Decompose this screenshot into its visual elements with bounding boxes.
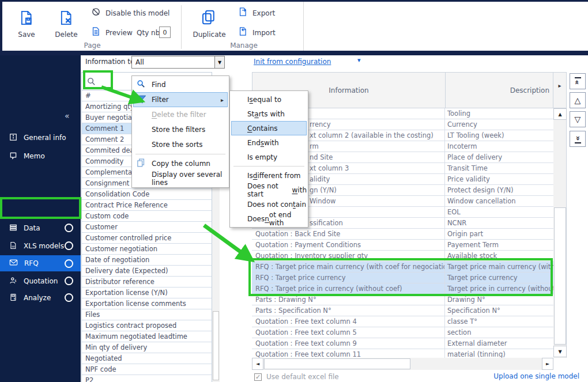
table-row[interactable]: Parts : Drawing N°Drawing N°: [252, 294, 553, 305]
information-to-display-dropdown[interactable]: All ▼: [131, 56, 225, 69]
list-item[interactable]: NPF code: [82, 364, 212, 375]
table-horizontal-scrollbar[interactable]: ◄ ►: [252, 358, 553, 370]
cell-description[interactable]: Specification N°: [445, 305, 553, 316]
export-button[interactable]: Export: [238, 7, 275, 19]
cell-description[interactable]: NCNR: [445, 218, 553, 228]
move-to-bottom-button[interactable]: «: [570, 131, 586, 147]
list-item[interactable]: Exportation license comments: [82, 298, 212, 309]
menu-item-copy-the-column[interactable]: Copy the column: [133, 156, 228, 171]
menu-item-starts-with[interactable]: Starts with: [231, 107, 307, 121]
table-row[interactable]: Quotation : Inventory supplier qtyAvaila…: [252, 251, 553, 262]
list-item[interactable]: Min qty of delivery: [82, 342, 212, 353]
menu-item-filter[interactable]: Filter▸: [133, 92, 228, 107]
scroll-right-button[interactable]: ►: [542, 358, 553, 370]
cell-description[interactable]: Incoterm: [445, 141, 553, 152]
qty-nb-input[interactable]: [159, 27, 171, 38]
init-from-configuration-link[interactable]: Init from configuration: [254, 58, 331, 66]
cell-information[interactable]: Quotation : Free text column 4: [252, 316, 445, 327]
menu-item-is-empty[interactable]: Is empty: [231, 150, 307, 164]
list-item[interactable]: Consolidation Code: [82, 189, 212, 200]
table-row[interactable]: Parts : Specification N°Specification N°: [252, 305, 553, 316]
init-caret-icon[interactable]: ▾: [357, 56, 361, 64]
list-item[interactable]: P2: [82, 375, 212, 382]
sidebar-item-memo[interactable]: Memo: [0, 149, 81, 164]
menu-item-ends-with[interactable]: Ends with: [231, 135, 307, 150]
menu-item-does-not-contain[interactable]: Does not contain: [231, 197, 307, 211]
cell-description[interactable]: Target price in currency (without c: [445, 283, 553, 294]
list-item[interactable]: Negotiated: [82, 353, 212, 364]
scroll-down-button[interactable]: ▼: [553, 346, 567, 357]
table-row[interactable]: Quotation : Back End SiteOrigin part: [252, 229, 553, 240]
cell-information[interactable]: Quotation : Free text column 5: [252, 327, 445, 338]
cell-information[interactable]: RFQ : Target price currency: [252, 273, 445, 283]
scrollbar-thumb[interactable]: [554, 207, 566, 345]
list-item[interactable]: Logistics contract proposed: [82, 320, 212, 331]
cell-information[interactable]: Quotation : Payment Conditions: [252, 240, 445, 250]
cell-description[interactable]: Available stock: [445, 251, 553, 261]
cell-information[interactable]: Quotation : Free text column 9: [252, 338, 445, 349]
menu-item-is-different-from[interactable]: Is different from: [231, 168, 307, 183]
cell-description[interactable]: classe T°: [445, 316, 553, 327]
cell-description[interactable]: Payement Term: [445, 240, 553, 250]
disable-model-button[interactable]: Disable this model: [91, 7, 169, 19]
menu-item-display-over-several-lines[interactable]: Display over several lines: [133, 171, 228, 186]
list-item[interactable]: Customer negotiation: [82, 244, 212, 255]
cell-information[interactable]: RFQ : Target price main currency (with c…: [252, 262, 445, 272]
menu-item-find[interactable]: Find: [133, 77, 228, 92]
cell-information[interactable]: Quotation : Inventory supplier qty: [252, 251, 445, 261]
column-chooser-button[interactable]: ▸: [553, 72, 567, 108]
menu-item-does-not-end-with[interactable]: Does not end with: [231, 211, 307, 226]
cell-description[interactable]: Currency: [445, 119, 553, 130]
move-to-top-button[interactable]: «: [570, 73, 586, 89]
cell-description[interactable]: Transit Time: [445, 163, 553, 173]
cell-description[interactable]: External diameter: [445, 338, 553, 349]
table-row[interactable]: Quotation : Free text column 9External d…: [252, 338, 553, 349]
list-item[interactable]: Delivery date (Expected): [82, 266, 212, 277]
cell-description[interactable]: LT Tooling (week): [445, 130, 553, 141]
cell-description[interactable]: Window cancellation: [445, 196, 553, 206]
move-up-button[interactable]: △: [570, 92, 586, 108]
list-item[interactable]: Exportation license (Y/N): [82, 288, 212, 298]
cell-information[interactable]: Parts : Specification N°: [252, 305, 445, 316]
cell-description[interactable]: Tooling: [445, 108, 553, 119]
list-item[interactable]: Customer controlled price: [82, 233, 212, 244]
import-button[interactable]: Import: [238, 27, 276, 39]
list-item[interactable]: Date of negotiation: [82, 255, 212, 266]
menu-item-does-not-start-with[interactable]: Does not start with: [231, 183, 307, 197]
menu-item-contains[interactable]: Contains: [231, 121, 307, 135]
duplicate-button[interactable]: [200, 9, 217, 28]
table-vertical-scrollbar[interactable]: ▲ ▼: [553, 108, 567, 358]
table-row[interactable]: Quotation : Free text column 4classe T°: [252, 316, 553, 327]
move-down-button[interactable]: ▽: [570, 111, 586, 127]
table-row[interactable]: RFQ : Target price main currency (with c…: [252, 262, 553, 273]
cell-description[interactable]: Price validity: [445, 174, 553, 184]
cell-description[interactable]: Origin part: [445, 229, 553, 239]
sidebar-item-general-info[interactable]: General info: [0, 130, 81, 145]
list-item[interactable]: Customer: [82, 222, 212, 233]
use-default-excel-checkbox[interactable]: ✓: [254, 373, 262, 381]
list-item[interactable]: Custom code: [82, 211, 212, 222]
cell-description[interactable]: section: [445, 327, 553, 338]
cell-description[interactable]: Drawing N°: [445, 294, 553, 305]
table-row[interactable]: Quotation : Payment ConditionsPayement T…: [252, 240, 553, 251]
cell-description[interactable]: Target price main currency (with c: [445, 262, 553, 272]
cell-information[interactable]: Parts : Drawing N°: [252, 294, 445, 305]
cell-description[interactable]: Place of delivery: [445, 152, 553, 162]
list-item[interactable]: Distributor reference: [82, 277, 212, 288]
cell-information[interactable]: RFQ : Target price in currency (without …: [252, 283, 445, 294]
table-row[interactable]: RFQ : Target price currencyTarget price …: [252, 273, 553, 283]
table-row[interactable]: RFQ : Target price in currency (without …: [252, 283, 553, 294]
menu-item-store-the-sorts[interactable]: Store the sorts: [133, 137, 228, 152]
delete-button[interactable]: [58, 10, 74, 28]
scrollbar-thumb[interactable]: [264, 358, 410, 369]
upload-single-model-link[interactable]: Upload one single model: [487, 372, 579, 380]
cell-information[interactable]: Quotation : Back End Site: [252, 229, 445, 239]
column-header-description[interactable]: Description: [445, 72, 553, 108]
preview-button[interactable]: Preview: [91, 27, 133, 39]
cell-description[interactable]: EOL: [445, 207, 553, 217]
scroll-left-button[interactable]: ◄: [252, 358, 263, 370]
cell-description[interactable]: Protect design (Y/N): [445, 185, 553, 195]
list-item[interactable]: Contract Price Reference: [82, 200, 212, 211]
scroll-up-button[interactable]: ▲: [553, 108, 567, 120]
menu-item-store-the-filters[interactable]: Store the filters: [133, 122, 228, 137]
